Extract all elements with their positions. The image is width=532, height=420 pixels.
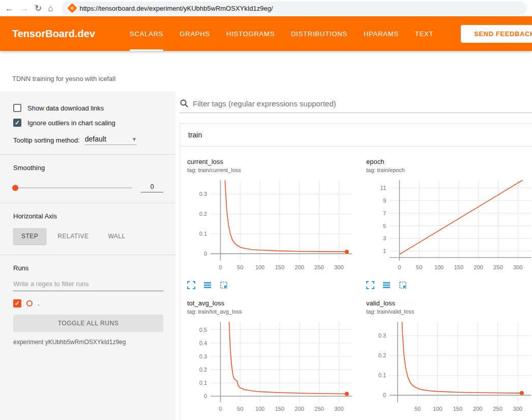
svg-text:300: 300 — [334, 406, 343, 412]
svg-text:250: 250 — [314, 264, 323, 270]
fit-domain-icon[interactable] — [220, 281, 228, 289]
svg-text:0.1: 0.1 — [378, 372, 386, 378]
svg-text:0.1: 0.1 — [199, 380, 207, 386]
chart-tag: tag: train/valid_loss — [366, 309, 532, 315]
send-feedback-button[interactable]: SEND FEEDBACK — [461, 25, 532, 43]
search-icon — [180, 99, 189, 108]
svg-text:0: 0 — [219, 406, 222, 412]
chart-plot[interactable]: 05010015020025030000.10.20.30.40.5 — [187, 319, 359, 418]
svg-text:3: 3 — [383, 235, 386, 241]
chart-title: tot_avg_loss — [187, 299, 359, 307]
axis-relative-button[interactable]: RELATIVE — [49, 228, 97, 244]
chart-plot[interactable]: 05010015020025030000.10.20.3 — [187, 177, 359, 277]
runs-filter-input[interactable] — [13, 280, 163, 291]
chart-plot[interactable]: 0501001502002503001357911 — [366, 177, 532, 277]
chart-card: current_loss tag: train/current_loss 050… — [180, 154, 359, 295]
svg-text:300: 300 — [513, 264, 522, 270]
svg-text:150: 150 — [275, 406, 284, 412]
home-icon[interactable]: ⌂ — [48, 4, 53, 13]
chart-card: epoch tag: train/epoch 05010015020025030… — [359, 154, 532, 295]
chart-card: valid_loss tag: train/valid_loss 5010015… — [359, 295, 532, 420]
svg-text:0.1: 0.1 — [199, 231, 207, 237]
toggle-all-runs-button[interactable]: TOGGLE ALL RUNS — [13, 315, 163, 332]
address-bar[interactable]: https://tensorboard.dev/experiment/yKUbh… — [62, 2, 527, 15]
subheader: TDNN training for yesno with icefall — [0, 51, 532, 92]
fit-domain-icon[interactable] — [399, 281, 407, 289]
svg-text:0.3: 0.3 — [378, 332, 386, 339]
tooltip-sorting-label: Tooltip sorting method: — [13, 136, 80, 144]
run-checkbox[interactable]: ✓ — [13, 299, 21, 307]
back-icon[interactable]: ← — [5, 4, 14, 13]
chart-title: epoch — [366, 158, 532, 165]
svg-text:5: 5 — [383, 223, 386, 229]
tab-distributions[interactable]: DISTRIBUTIONS — [291, 16, 347, 51]
tooltip-sorting-select[interactable]: default ▼ — [85, 135, 137, 145]
smoothing-slider-knob[interactable] — [12, 185, 18, 191]
svg-text:50: 50 — [416, 264, 422, 270]
svg-text:150: 150 — [275, 264, 284, 270]
svg-text:0.3: 0.3 — [199, 353, 207, 359]
chart-toolbar — [366, 281, 532, 289]
axis-wall-button[interactable]: WALL — [100, 228, 133, 244]
log-scale-icon[interactable] — [203, 281, 212, 289]
svg-text:200: 200 — [295, 406, 304, 412]
tag-filter-input[interactable] — [193, 99, 532, 108]
chevron-down-icon: ▼ — [132, 136, 137, 142]
log-scale-icon[interactable] — [382, 281, 391, 289]
run-name: . — [38, 300, 39, 307]
svg-text:0.3: 0.3 — [199, 191, 207, 197]
svg-text:100: 100 — [255, 264, 264, 270]
tooltip-sorting-value: default — [85, 135, 106, 143]
runs-label: Runs — [13, 255, 163, 272]
svg-text:300: 300 — [334, 264, 343, 270]
axis-step-button[interactable]: STEP — [13, 228, 46, 244]
tab-histograms[interactable]: HISTOGRAMS — [226, 16, 275, 51]
checkbox-checked-icon[interactable]: ✓ — [13, 119, 21, 127]
checkbox-label: Ignore outliers in chart scaling — [27, 119, 115, 127]
svg-text:0.5: 0.5 — [199, 327, 207, 333]
smoothing-value-input[interactable] — [141, 183, 163, 192]
main-panel: train current_loss tag: train/current_lo… — [175, 92, 532, 420]
tab-scalars[interactable]: SCALARS — [130, 16, 163, 51]
run-row[interactable]: ✓ . — [13, 299, 163, 307]
experiment-title: TDNN training for yesno with icefall — [12, 75, 115, 82]
tab-hparams[interactable]: HPARAMS — [364, 16, 399, 51]
svg-text:0.4: 0.4 — [199, 340, 207, 346]
svg-text:300: 300 — [513, 406, 522, 412]
chart-plot[interactable]: 5010015020025030000.10.20.3 — [366, 319, 532, 418]
tag-group-header[interactable]: train — [180, 124, 532, 147]
ignore-outliers-checkbox[interactable]: ✓ Ignore outliers in chart scaling — [13, 119, 163, 127]
site-favicon — [67, 3, 77, 13]
chart-title: current_loss — [187, 158, 359, 165]
tag-filter-row — [180, 99, 532, 113]
charts-grid: current_loss tag: train/current_loss 050… — [180, 147, 532, 420]
svg-text:0: 0 — [398, 264, 401, 270]
smoothing-slider[interactable] — [13, 187, 132, 188]
tab-text[interactable]: TEXT — [415, 16, 433, 51]
address-url[interactable]: https://tensorboard.dev/experiment/yKUbh… — [80, 5, 273, 12]
svg-text:100: 100 — [255, 406, 264, 412]
chart-card: tot_avg_loss tag: train/tot_avg_loss 050… — [180, 295, 359, 420]
show-download-links-checkbox[interactable]: Show data download links — [13, 104, 163, 112]
svg-text:250: 250 — [493, 406, 502, 412]
experiment-caption: experiment yKUbhb5wRmOSXYkId1z9eg — [13, 339, 163, 346]
svg-text:100: 100 — [434, 264, 444, 270]
chart-title: valid_loss — [366, 299, 532, 307]
svg-text:0: 0 — [204, 393, 207, 399]
reload-icon[interactable]: ↻ — [35, 4, 42, 13]
checkbox-unchecked-icon[interactable] — [13, 104, 21, 112]
forward-icon[interactable]: → — [20, 4, 28, 13]
expand-chart-icon[interactable] — [187, 281, 195, 289]
chart-tag: tag: train/current_loss — [187, 167, 359, 173]
svg-text:250: 250 — [493, 264, 503, 270]
checkbox-label: Show data download links — [27, 104, 104, 112]
svg-text:7: 7 — [383, 210, 386, 216]
svg-text:0.2: 0.2 — [199, 367, 207, 373]
chart-toolbar — [187, 281, 359, 289]
expand-chart-icon[interactable] — [366, 281, 374, 289]
tab-graphs[interactable]: GRAPHS — [180, 16, 210, 51]
tag-group-card: train current_loss tag: train/current_lo… — [180, 123, 532, 420]
svg-text:150: 150 — [453, 406, 462, 412]
svg-text:200: 200 — [473, 406, 482, 412]
svg-text:0: 0 — [383, 392, 386, 398]
